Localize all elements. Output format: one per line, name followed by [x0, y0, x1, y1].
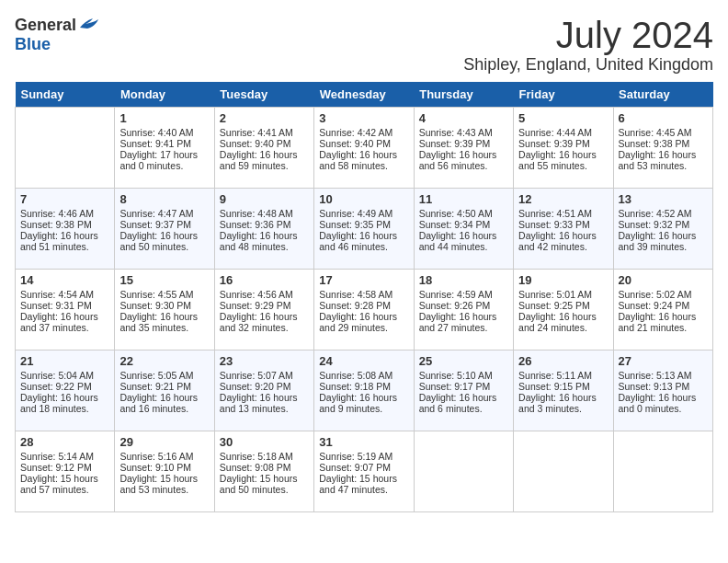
daylight-text: Daylight: 16 hours and 56 minutes. [419, 149, 508, 171]
sunset-text: Sunset: 9:08 PM [220, 462, 309, 473]
calendar-cell [414, 431, 513, 512]
daylight-text: Daylight: 16 hours and 35 minutes. [119, 311, 209, 333]
calendar-cell: 10Sunrise: 4:49 AMSunset: 9:35 PMDayligh… [314, 189, 414, 270]
calendar-cell: 7Sunrise: 4:46 AMSunset: 9:38 PMDaylight… [16, 189, 115, 270]
logo-blue: Blue [15, 35, 51, 53]
day-number: 7 [20, 192, 109, 206]
daylight-text: Daylight: 16 hours and 50 minutes. [119, 230, 209, 252]
day-number: 25 [419, 354, 508, 368]
calendar-cell: 15Sunrise: 4:55 AMSunset: 9:30 PMDayligh… [115, 270, 214, 350]
daylight-text: Daylight: 16 hours and 48 minutes. [220, 230, 309, 252]
day-number: 6 [619, 111, 708, 125]
calendar-cell: 27Sunrise: 5:13 AMSunset: 9:13 PMDayligh… [613, 350, 712, 431]
day-number: 17 [319, 273, 408, 287]
sunrise-text: Sunrise: 5:10 AM [419, 370, 508, 381]
daylight-text: Daylight: 16 hours and 39 minutes. [619, 230, 708, 252]
calendar-table: SundayMondayTuesdayWednesdayThursdayFrid… [15, 82, 713, 512]
daylight-text: Daylight: 16 hours and 58 minutes. [319, 149, 408, 171]
sunrise-text: Sunrise: 4:51 AM [518, 208, 608, 219]
sunrise-text: Sunrise: 4:50 AM [419, 208, 508, 219]
daylight-text: Daylight: 16 hours and 6 minutes. [419, 392, 508, 414]
calendar-cell [16, 108, 115, 189]
daylight-text: Daylight: 16 hours and 44 minutes. [419, 230, 508, 252]
day-number: 26 [518, 354, 608, 368]
week-row-1: 1Sunrise: 4:40 AMSunset: 9:41 PMDaylight… [16, 108, 713, 189]
sunset-text: Sunset: 9:28 PM [319, 300, 408, 311]
calendar-cell: 9Sunrise: 4:48 AMSunset: 9:36 PMDaylight… [214, 189, 313, 270]
sunset-text: Sunset: 9:39 PM [518, 138, 608, 149]
day-number: 18 [419, 273, 508, 287]
calendar-cell: 13Sunrise: 4:52 AMSunset: 9:32 PMDayligh… [613, 189, 712, 270]
sunrise-text: Sunrise: 4:52 AM [619, 208, 708, 219]
sunrise-text: Sunrise: 5:13 AM [619, 370, 708, 381]
sunrise-text: Sunrise: 5:05 AM [119, 370, 209, 381]
sunrise-text: Sunrise: 4:49 AM [319, 208, 408, 219]
calendar-cell: 6Sunrise: 4:45 AMSunset: 9:38 PMDaylight… [613, 108, 712, 189]
calendar-cell: 16Sunrise: 4:56 AMSunset: 9:29 PMDayligh… [214, 270, 313, 350]
day-number: 28 [20, 435, 109, 449]
sunrise-text: Sunrise: 4:59 AM [419, 289, 508, 300]
day-number: 1 [119, 111, 209, 125]
sunset-text: Sunset: 9:39 PM [419, 138, 508, 149]
daylight-text: Daylight: 16 hours and 18 minutes. [20, 392, 109, 414]
calendar-cell: 22Sunrise: 5:05 AMSunset: 9:21 PMDayligh… [115, 350, 214, 431]
sunset-text: Sunset: 9:34 PM [419, 219, 508, 230]
sunset-text: Sunset: 9:25 PM [518, 300, 608, 311]
daylight-text: Daylight: 16 hours and 24 minutes. [518, 311, 608, 333]
calendar-cell: 20Sunrise: 5:02 AMSunset: 9:24 PMDayligh… [613, 270, 712, 350]
calendar-cell: 14Sunrise: 4:54 AMSunset: 9:31 PMDayligh… [16, 270, 115, 350]
col-header-saturday: Saturday [613, 82, 712, 108]
day-number: 9 [220, 192, 309, 206]
calendar-cell: 26Sunrise: 5:11 AMSunset: 9:15 PMDayligh… [514, 350, 613, 431]
sunset-text: Sunset: 9:35 PM [319, 219, 408, 230]
day-number: 13 [619, 192, 708, 206]
daylight-text: Daylight: 15 hours and 53 minutes. [119, 473, 209, 495]
sunset-text: Sunset: 9:24 PM [619, 300, 708, 311]
sunset-text: Sunset: 9:29 PM [220, 300, 309, 311]
day-number: 14 [20, 273, 109, 287]
calendar-cell: 30Sunrise: 5:18 AMSunset: 9:08 PMDayligh… [214, 431, 313, 512]
sunrise-text: Sunrise: 5:11 AM [518, 370, 608, 381]
sunset-text: Sunset: 9:30 PM [119, 300, 209, 311]
daylight-text: Daylight: 16 hours and 27 minutes. [419, 311, 508, 333]
daylight-text: Daylight: 16 hours and 3 minutes. [518, 392, 608, 414]
sunset-text: Sunset: 9:17 PM [419, 381, 508, 392]
sunrise-text: Sunrise: 4:56 AM [220, 289, 309, 300]
logo: General Blue [15, 15, 98, 54]
sunset-text: Sunset: 9:12 PM [20, 462, 109, 473]
logo-bird-icon [78, 15, 98, 35]
calendar-cell: 2Sunrise: 4:41 AMSunset: 9:40 PMDaylight… [214, 108, 313, 189]
calendar-cell: 24Sunrise: 5:08 AMSunset: 9:18 PMDayligh… [314, 350, 414, 431]
sunrise-text: Sunrise: 4:48 AM [220, 208, 309, 219]
calendar-cell [514, 431, 613, 512]
day-number: 4 [419, 111, 508, 125]
day-number: 16 [220, 273, 309, 287]
sunrise-text: Sunrise: 4:42 AM [319, 127, 408, 138]
sunset-text: Sunset: 9:38 PM [20, 219, 109, 230]
day-number: 22 [119, 354, 209, 368]
calendar-cell: 23Sunrise: 5:07 AMSunset: 9:20 PMDayligh… [214, 350, 313, 431]
day-number: 27 [619, 354, 708, 368]
calendar-cell: 8Sunrise: 4:47 AMSunset: 9:37 PMDaylight… [115, 189, 214, 270]
sunrise-text: Sunrise: 5:08 AM [319, 370, 408, 381]
day-number: 19 [518, 273, 608, 287]
sunset-text: Sunset: 9:10 PM [119, 462, 209, 473]
daylight-text: Daylight: 16 hours and 21 minutes. [619, 311, 708, 333]
calendar-cell: 4Sunrise: 4:43 AMSunset: 9:39 PMDaylight… [414, 108, 513, 189]
sunrise-text: Sunrise: 4:46 AM [20, 208, 109, 219]
daylight-text: Daylight: 16 hours and 59 minutes. [220, 149, 309, 171]
calendar-cell: 1Sunrise: 4:40 AMSunset: 9:41 PMDaylight… [115, 108, 214, 189]
sunset-text: Sunset: 9:36 PM [220, 219, 309, 230]
sunrise-text: Sunrise: 4:44 AM [518, 127, 608, 138]
day-number: 12 [518, 192, 608, 206]
day-number: 29 [119, 435, 209, 449]
daylight-text: Daylight: 15 hours and 47 minutes. [319, 473, 408, 495]
header-row: SundayMondayTuesdayWednesdayThursdayFrid… [16, 82, 713, 108]
logo-general: General [15, 16, 76, 35]
calendar-cell: 29Sunrise: 5:16 AMSunset: 9:10 PMDayligh… [115, 431, 214, 512]
sunset-text: Sunset: 9:22 PM [20, 381, 109, 392]
col-header-thursday: Thursday [414, 82, 513, 108]
week-row-2: 7Sunrise: 4:46 AMSunset: 9:38 PMDaylight… [16, 189, 713, 270]
sunset-text: Sunset: 9:40 PM [220, 138, 309, 149]
week-row-3: 14Sunrise: 4:54 AMSunset: 9:31 PMDayligh… [16, 270, 713, 350]
